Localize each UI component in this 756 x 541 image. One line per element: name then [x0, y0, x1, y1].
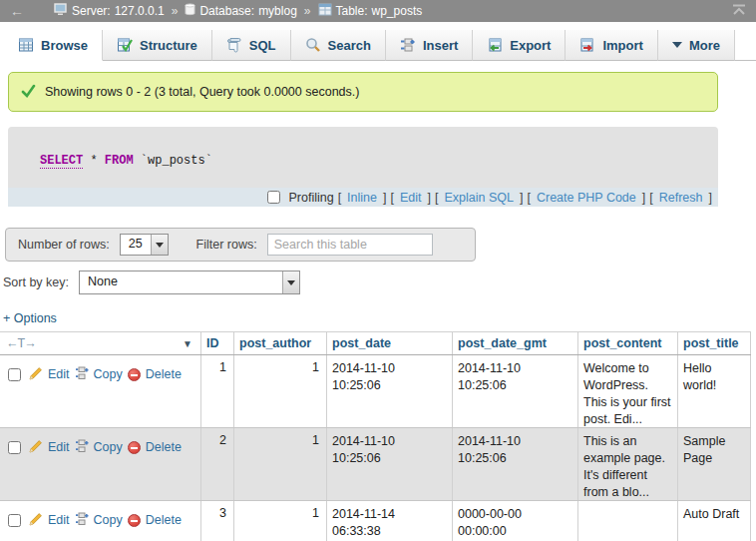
collapse-panel-icon[interactable] [732, 4, 746, 19]
chevron-down-icon [287, 280, 295, 285]
number-of-rows-select[interactable]: 25 [120, 234, 169, 256]
create-php-code-link[interactable]: Create PHP Code [537, 191, 636, 205]
tab-insert-label: Insert [423, 38, 458, 53]
import-icon [579, 37, 595, 53]
cell-post-date-gmt: 2014-11-10 10:25:06 [453, 428, 578, 500]
breadcrumb-server[interactable]: Server: 127.0.0.1 [54, 3, 165, 19]
edit-row-link[interactable]: Edit [48, 513, 70, 527]
delete-minus-icon [128, 514, 141, 527]
breadcrumb: Server: 127.0.0.1 » Database: myblog » T… [54, 3, 422, 19]
sort-by-key-label: Sort by key: [3, 275, 69, 289]
breadcrumb-table-value: wp_posts [372, 4, 423, 18]
bracket: ] [520, 191, 523, 205]
tab-structure[interactable]: Structure [103, 30, 212, 61]
bracket: [ [338, 191, 341, 205]
row-controls-fieldset: Number of rows: 25 Filter rows: [5, 228, 476, 262]
number-of-rows-label: Number of rows: [18, 238, 110, 252]
bracket: ] [383, 191, 386, 205]
row-checkbox[interactable] [8, 368, 21, 381]
edit-row-link[interactable]: Edit [48, 367, 70, 381]
actions-header-cell: ←T→ ▼ [0, 332, 201, 354]
tab-bar-filler [735, 30, 756, 61]
number-of-rows-value: 25 [121, 235, 151, 255]
delete-minus-icon [128, 441, 141, 454]
column-header-post-date[interactable]: post_date [327, 332, 453, 354]
cell-id: 3 [201, 501, 234, 541]
delete-row-link[interactable]: Delete [146, 513, 182, 527]
row-checkbox[interactable] [8, 441, 21, 454]
breadcrumb-table-label: Table: [336, 4, 368, 18]
edit-query-link[interactable]: Edit [400, 191, 422, 205]
tab-insert[interactable]: Insert [386, 30, 473, 61]
inline-link[interactable]: Inline [347, 191, 377, 205]
tab-browse-label: Browse [41, 38, 88, 53]
edit-row-link[interactable]: Edit [48, 440, 70, 454]
sql-query-box: SELECT * FROM `wp_posts` Profiling [ Inl… [8, 127, 718, 207]
copy-row-link[interactable]: Copy [94, 513, 123, 527]
structure-icon [117, 37, 133, 53]
bracket: [ [649, 191, 652, 205]
tab-export[interactable]: Export [473, 30, 566, 61]
select-dropdown-button[interactable] [282, 271, 299, 293]
refresh-link[interactable]: Refresh [659, 191, 703, 205]
breadcrumb-database[interactable]: Database: myblog [185, 3, 296, 19]
status-message-text: Showing rows 0 - 2 (3 total, Query took … [45, 85, 359, 99]
copy-row-link[interactable]: Copy [94, 440, 123, 454]
sql-star: * [83, 154, 105, 168]
sql-query: SELECT * FROM `wp_posts` [8, 127, 718, 188]
sql-table-name: `wp_posts` [134, 154, 212, 168]
profiling-checkbox[interactable] [267, 191, 280, 204]
copy-row-link[interactable]: Copy [94, 367, 123, 381]
sql-keyword-from: FROM [105, 154, 134, 168]
options-toggle-link[interactable]: + Options [3, 311, 57, 325]
delete-row-link[interactable]: Delete [146, 440, 182, 454]
copy-row-icon [75, 366, 89, 383]
cell-post-title: Hello world! [678, 355, 751, 427]
delete-minus-icon [128, 368, 141, 381]
explain-sql-link[interactable]: Explain SQL [444, 191, 513, 205]
tab-search[interactable]: Search [291, 30, 386, 61]
cell-post-content: This is an example page. It's different … [578, 428, 678, 500]
bracket: [ [435, 191, 438, 205]
select-dropdown-button[interactable] [151, 235, 168, 255]
sort-by-key-select[interactable]: None [79, 270, 300, 294]
copy-row-icon [75, 512, 89, 529]
search-icon [305, 37, 321, 53]
cell-post-date-gmt: 0000-00-00 00:00:00 [453, 501, 578, 541]
back-arrow-icon[interactable]: ← [10, 3, 36, 19]
tab-sql[interactable]: SQL [212, 30, 291, 61]
cell-post-content [578, 501, 678, 541]
breadcrumb-database-value: myblog [258, 4, 297, 18]
table-header-row: ←T→ ▼ ID post_author post_date post_date… [0, 331, 751, 355]
breadcrumb-table[interactable]: Table: wp_posts [318, 3, 423, 19]
status-message: Showing rows 0 - 2 (3 total, Query took … [8, 72, 718, 112]
chevron-down-icon [672, 42, 682, 48]
tab-import[interactable]: Import [566, 30, 657, 61]
row-checkbox[interactable] [8, 514, 21, 527]
filter-rows-label: Filter rows: [196, 238, 257, 252]
tab-more[interactable]: More [658, 30, 735, 61]
breadcrumb-bar: ← Server: 127.0.0.1 » Database: myblog »… [0, 0, 756, 22]
delete-row-link[interactable]: Delete [146, 367, 182, 381]
tab-browse[interactable]: Browse [4, 30, 103, 61]
column-header-id[interactable]: ID [201, 332, 234, 354]
sort-caret-icon[interactable]: ▼ [183, 338, 192, 349]
column-header-post-author[interactable]: post_author [234, 332, 327, 354]
column-header-post-title[interactable]: post_title [678, 332, 751, 354]
tab-structure-label: Structure [140, 38, 197, 53]
insert-icon [400, 37, 416, 53]
filter-rows-input[interactable] [267, 234, 433, 256]
sql-icon [226, 37, 242, 53]
cell-id: 2 [201, 428, 234, 500]
tab-more-label: More [689, 38, 720, 53]
edit-pencil-icon [29, 439, 43, 456]
column-marker-icon[interactable]: ←T→ [6, 336, 36, 350]
column-header-post-date-gmt[interactable]: post_date_gmt [453, 332, 578, 354]
bracket: [ [390, 191, 393, 205]
chevron-down-icon [156, 243, 164, 248]
bracket: ] [428, 191, 431, 205]
breadcrumb-server-label: Server: [72, 4, 111, 18]
cell-post-date: 2014-11-10 10:25:06 [327, 428, 453, 500]
column-header-post-content[interactable]: post_content [578, 332, 678, 354]
sql-keyword-select[interactable]: SELECT [40, 154, 83, 169]
